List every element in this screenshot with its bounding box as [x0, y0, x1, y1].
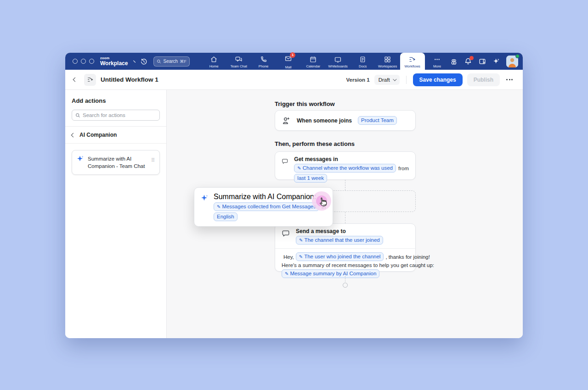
connector-line — [345, 180, 345, 190]
channel-variable-pill[interactable]: ✎ Channel where the workflow was used — [294, 164, 396, 173]
workflow-header: Untitled Workflow 1 Version 1 Draft Save… — [65, 70, 523, 90]
messages-variable-pill[interactable]: ✎ Messages collected from Get Messages — [214, 202, 319, 211]
pencil-icon: ✎ — [299, 253, 303, 260]
person-add-icon — [282, 116, 291, 125]
chat-bubble-icon — [282, 157, 288, 165]
save-changes-button[interactable]: Save changes — [413, 73, 463, 86]
pencil-icon: ✎ — [217, 203, 220, 210]
connector-line — [345, 212, 345, 223]
nav-mail[interactable]: 1 Mail — [276, 53, 301, 70]
nav-team-chat[interactable]: Team Chat — [226, 53, 251, 70]
sidebar-category-ai-companion[interactable]: AI Companion — [65, 126, 166, 144]
main-navigation: Home Team Chat Phone 1 — [202, 53, 450, 70]
pencil-icon: ✎ — [299, 237, 303, 244]
app-window: zoom Workplace Search ⌘F Home — [65, 53, 523, 338]
flow-end-node[interactable] — [343, 283, 348, 288]
send-message-title: Send a message to — [296, 228, 383, 234]
actions-search-box[interactable] — [72, 110, 160, 121]
search-shortcut: ⌘F — [180, 59, 187, 64]
dragged-summarize-card[interactable]: Summarize with AI Companion: ✎ Messages … — [194, 187, 333, 227]
trigger-heading: Trigger this workflow — [275, 100, 335, 107]
after-user-text: , thanks for joining! — [385, 254, 430, 260]
greeting-text: Hey, — [283, 254, 294, 260]
pencil-icon: ✎ — [285, 270, 288, 277]
window-controls[interactable] — [73, 59, 94, 64]
action-card-summarize[interactable]: Summarize with AI Companion - Team Chat … — [72, 150, 160, 175]
calendar-icon — [309, 56, 317, 63]
search-label: Search — [163, 59, 178, 64]
workspaces-icon — [384, 56, 391, 63]
back-button[interactable] — [73, 78, 78, 82]
summary-variable-pill[interactable]: ✎ Message summary by AI Companion — [282, 269, 379, 278]
version-label: Version 1 — [346, 77, 370, 83]
publish-button[interactable]: Publish — [467, 73, 500, 86]
nav-phone[interactable]: Phone — [251, 53, 276, 70]
workflows-icon — [408, 56, 416, 63]
close-window-button[interactable] — [73, 59, 78, 64]
nav-workflows[interactable]: Workflows — [400, 53, 425, 70]
workflow-icon — [87, 76, 94, 83]
trigger-text: When someone joins — [297, 117, 352, 124]
action-card-label: Summarize with AI Companion - Team Chat — [88, 155, 147, 170]
more-options-button[interactable] — [504, 76, 514, 83]
status-dropdown[interactable]: Draft — [374, 75, 400, 85]
get-messages-title: Get messages in — [294, 156, 409, 162]
mini-window-icon[interactable] — [478, 57, 486, 66]
trigger-channel-pill[interactable]: Product Team — [358, 116, 397, 125]
dragged-card-title: Summarize with AI Companion: — [214, 193, 326, 201]
chat-bubble-icon — [282, 229, 290, 237]
time-range-pill[interactable]: last 1 week — [294, 174, 327, 183]
chevron-left-icon — [71, 133, 76, 137]
home-icon — [210, 56, 218, 63]
nav-docs[interactable]: Docs — [351, 53, 375, 70]
nav-home[interactable]: Home — [202, 53, 226, 70]
get-messages-card[interactable]: Get messages in ✎ Channel where the work… — [275, 151, 416, 180]
search-icon — [157, 59, 161, 64]
nav-whiteboards[interactable]: Whiteboards — [326, 53, 351, 70]
message-line2: Here's a summary of recent messages to h… — [282, 262, 409, 268]
language-pill[interactable]: English — [214, 212, 237, 221]
ai-sparkle-icon — [77, 155, 84, 162]
ai-sparkle-icon — [201, 194, 209, 202]
notifications-bell-icon[interactable] — [464, 57, 472, 66]
send-message-card[interactable]: Send a message to ✎ The channel that the… — [275, 223, 416, 272]
assistant-icon[interactable] — [450, 57, 458, 66]
from-text: from — [398, 166, 409, 171]
page-title: Untitled Workflow 1 — [101, 76, 158, 83]
whiteboard-icon — [334, 56, 342, 63]
logo-line2: Workplace — [100, 61, 128, 66]
hand-cursor-icon — [317, 196, 329, 209]
nav-more[interactable]: More — [425, 53, 450, 70]
logo-line1: zoom — [100, 56, 128, 60]
minimize-window-button[interactable] — [81, 59, 86, 64]
actions-heading: Then, perform these actions — [275, 140, 355, 147]
zoom-workplace-logo: zoom Workplace — [100, 56, 128, 66]
mail-badge: 1 — [290, 52, 295, 58]
notification-dot — [469, 56, 474, 60]
nav-workspaces[interactable]: Workspaces — [375, 53, 400, 70]
team-chat-icon — [235, 56, 243, 63]
workflow-canvas: Trigger this workflow When someone joins… — [167, 90, 523, 338]
user-variable-pill[interactable]: ✎ The user who joined the channel — [296, 252, 384, 261]
actions-sidebar: Add actions AI Companion Summarize with … — [65, 90, 167, 338]
history-icon[interactable] — [140, 58, 147, 65]
expand-chevron-icon[interactable] — [133, 60, 136, 62]
sidebar-title: Add actions — [72, 97, 160, 104]
global-search-input[interactable]: Search ⌘F — [153, 56, 189, 67]
ai-companion-icon[interactable] — [492, 57, 500, 65]
zoom-window-button[interactable] — [89, 59, 94, 64]
chevron-down-icon — [393, 77, 396, 81]
nav-calendar[interactable]: Calendar — [301, 53, 326, 70]
docs-icon — [359, 56, 367, 63]
drag-handle-icon[interactable]: ⠿ — [151, 155, 155, 163]
search-icon — [75, 113, 80, 118]
actions-search-input[interactable] — [83, 112, 156, 118]
workflow-icon-box — [84, 74, 96, 86]
user-avatar[interactable] — [506, 56, 518, 67]
presence-indicator — [515, 54, 520, 58]
topnav-right-icons — [450, 56, 518, 67]
pencil-icon: ✎ — [297, 165, 301, 172]
target-channel-pill[interactable]: ✎ The channel that the user joined — [296, 236, 383, 245]
trigger-card[interactable]: When someone joins Product Team — [275, 110, 416, 131]
phone-icon — [260, 56, 267, 63]
